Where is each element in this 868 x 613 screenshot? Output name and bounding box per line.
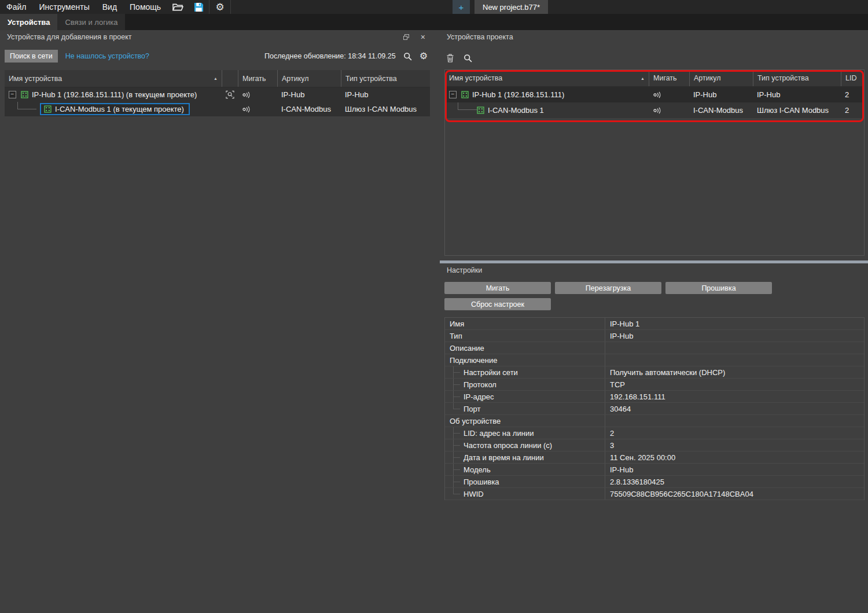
property-label: Частота опроса линии (с) (445, 439, 605, 451)
blink-signal-icon[interactable] (649, 102, 689, 118)
column-header-label: Мигать (242, 75, 266, 83)
scan-locate-icon[interactable] (222, 87, 238, 102)
settings-gear-icon[interactable]: ⚙ (209, 0, 230, 14)
column-header-device-name[interactable]: Имя устройства ▲ (5, 70, 222, 87)
property-row: Имя IP-Hub 1 (445, 318, 864, 330)
device-icon (21, 91, 28, 98)
column-header-device-name[interactable]: Имя устройства ▲ (445, 70, 649, 86)
close-icon[interactable] (421, 32, 425, 42)
project-tab[interactable]: New project.b77* (475, 0, 548, 14)
property-row: Дата и время на линии 11 Сен. 2025 00:00 (445, 452, 864, 464)
tab-devices[interactable]: Устройства (0, 14, 57, 30)
reboot-button[interactable]: Перезагрузка (555, 282, 661, 294)
project-devices-toolbar (447, 52, 868, 64)
open-folder-icon[interactable] (167, 0, 188, 14)
property-label: HWID (445, 488, 605, 500)
menu-view[interactable]: Вид (96, 2, 123, 12)
save-icon[interactable] (188, 0, 209, 14)
right-panel-header: Устройства проекта (440, 30, 868, 44)
search-icon[interactable] (464, 54, 472, 63)
settings-panel: Настройки Мигать Перезагрузка Прошивка С… (440, 263, 868, 613)
tree-connector (17, 102, 36, 109)
blink-signal-icon[interactable] (649, 87, 689, 102)
settings-buttons: Мигать Перезагрузка Прошивка Сброс настр… (440, 277, 868, 310)
column-header-label: Мигать (653, 74, 677, 82)
device-type: IP-Hub (753, 87, 841, 102)
property-row: IP-адрес 192.168.151.111 (445, 391, 864, 403)
column-header-label: Тип устройства (757, 74, 809, 82)
table-row[interactable]: I-CAN-Modbus 1 I-CAN-Modbus Шлюз I-CAN M… (445, 102, 864, 118)
device-lid: 2 (841, 102, 864, 118)
menu-file[interactable]: Файл (0, 2, 32, 12)
property-label: Модель (445, 464, 605, 475)
table-row[interactable]: IP-Hub 1 (192.168.151.111) (в текущем пр… (5, 87, 430, 102)
column-header-label: Имя устройства (9, 75, 62, 83)
property-group-row[interactable]: Об устройстве (445, 415, 864, 427)
property-value[interactable]: IP-Hub (605, 464, 864, 475)
column-header-article[interactable]: Артикул (689, 70, 753, 86)
float-panel-icon[interactable] (403, 34, 409, 40)
property-value[interactable]: TCP (605, 379, 864, 390)
column-header-article[interactable]: Артикул (277, 70, 341, 87)
collapse-expander-icon[interactable] (9, 91, 16, 98)
left-panel-title: Устройства для добавления в проект (7, 33, 132, 41)
column-header-lid[interactable]: LID (841, 70, 864, 86)
table-row[interactable]: IP-Hub 1 (192.168.151.111) IP-Hub IP-Hub… (445, 87, 864, 102)
blink-button[interactable]: Мигать (444, 282, 551, 294)
property-value[interactable]: 3 (605, 439, 864, 451)
device-article: I-CAN-Modbus (277, 102, 341, 116)
property-value[interactable] (605, 342, 864, 354)
blink-signal-icon[interactable] (238, 102, 277, 116)
trash-icon[interactable] (447, 54, 454, 63)
toolbar-separator (230, 0, 231, 14)
property-value[interactable]: 11 Сен. 2025 00:00 (605, 452, 864, 463)
property-label: Имя (445, 318, 605, 329)
property-row: Частота опроса линии (с) 3 (445, 439, 864, 452)
tab-links-logic[interactable]: Связи и логика (57, 14, 125, 30)
column-header-blink[interactable]: Мигать (649, 70, 689, 86)
table-row[interactable]: I-CAN-Modbus 1 (в текущем проекте) I-CAN… (5, 102, 430, 116)
firmware-button[interactable]: Прошивка (665, 282, 772, 294)
property-value[interactable]: 192.168.151.111 (605, 391, 864, 402)
device-type: IP-Hub (341, 87, 430, 102)
collapse-expander-icon[interactable] (449, 91, 457, 98)
property-label: Протокол (445, 379, 605, 390)
property-row: LID: адрес на линии 2 (445, 427, 864, 439)
search-network-button[interactable]: Поиск в сети (5, 50, 58, 63)
property-value[interactable]: 2 (605, 427, 864, 439)
table-header-row: Имя устройства ▲ Мигать Артикул Тип устр… (5, 70, 430, 87)
tree-connector (458, 102, 477, 110)
property-value[interactable]: Получить автоматически (DHCP) (605, 366, 864, 378)
device-name: IP-Hub 1 (192.168.151.111) (472, 90, 564, 99)
property-value[interactable]: IP-Hub 1 (605, 318, 864, 329)
column-header-device-type[interactable]: Тип устройства (341, 70, 430, 87)
property-value[interactable]: 30464 (605, 403, 864, 414)
search-icon[interactable] (403, 52, 412, 61)
property-value[interactable]: 75509C88CB956C265C180A17148CBA04 (605, 488, 864, 500)
last-update-text: Последнее обновление: 18:34 11.09.25 (264, 52, 396, 60)
property-label: Прошивка (445, 476, 605, 487)
device-lid: 2 (841, 87, 864, 102)
table-header-row: Имя устройства ▲ Мигать Артикул Тип устр… (445, 70, 864, 87)
gear-icon[interactable]: ⚙ (420, 52, 428, 61)
property-value[interactable]: IP-Hub (605, 330, 864, 342)
property-value (605, 415, 864, 427)
left-toolbar: Поиск в сети Не нашлось устройство? Посл… (5, 49, 428, 64)
device-not-found-link[interactable]: Не нашлось устройство? (65, 52, 149, 60)
device-type: Шлюз I-CAN Modbus (341, 102, 430, 116)
project-tab-bar: + New project.b77* (453, 0, 548, 14)
sort-asc-icon: ▲ (641, 76, 645, 80)
menu-help[interactable]: Помощь (123, 2, 167, 12)
column-header-device-type[interactable]: Тип устройства (753, 70, 841, 86)
property-group-row[interactable]: Подключение (445, 354, 864, 366)
property-value[interactable]: 2.8.1336180425 (605, 476, 864, 487)
add-project-tab-button[interactable]: + (453, 0, 470, 14)
menu-tools[interactable]: Инструменты (32, 2, 95, 12)
reset-settings-button[interactable]: Сброс настроек (444, 298, 551, 310)
settings-panel-title: Настройки (447, 266, 482, 274)
blink-signal-icon[interactable] (238, 87, 277, 102)
column-header-blink[interactable]: Мигать (238, 70, 277, 87)
selected-device-cell[interactable]: I-CAN-Modbus 1 (в текущем проекте) (40, 103, 190, 115)
property-row: Модель IP-Hub (445, 464, 864, 476)
column-header-empty[interactable] (222, 70, 238, 87)
